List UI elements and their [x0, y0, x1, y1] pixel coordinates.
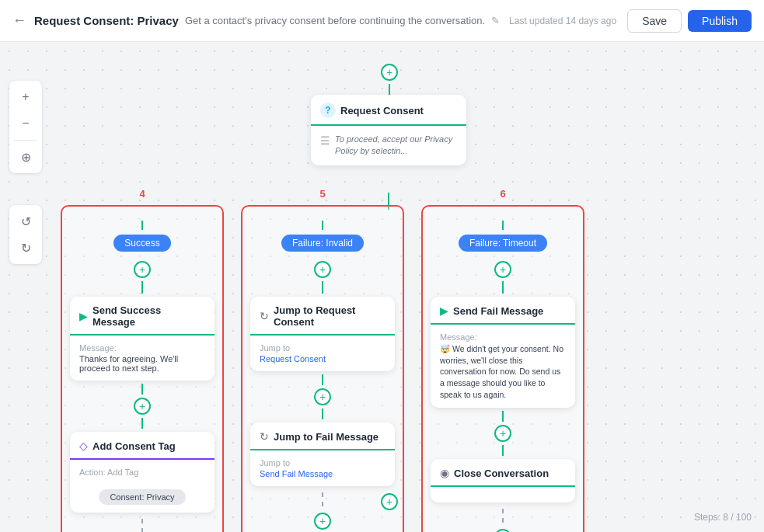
b5-top-connector	[322, 221, 323, 230]
add-consent-tag-label: Action: Add Tag	[79, 468, 205, 477]
page-subtitle: Get a contact's privacy consent before c…	[185, 15, 485, 26]
b4-conn-2	[141, 384, 143, 395]
jump-fail-link: Send Fail Message	[260, 469, 385, 478]
jump-fail-icon: ↻	[260, 430, 269, 443]
send-fail-icon: ▶	[440, 304, 448, 317]
send-fail-label: Message:	[440, 332, 566, 342]
save-button[interactable]: Save	[627, 9, 682, 33]
jump-request-consent-node[interactable]: ↻ Jump to Request Consent Jump to Reques…	[250, 297, 395, 371]
b4-add-2[interactable]: +	[134, 398, 151, 415]
consent-tag-badge: Consent: Privacy	[99, 489, 185, 505]
b5-pill: Failure: Invalid	[281, 235, 364, 252]
b6-conn-2	[502, 411, 504, 422]
jump-request-icon: ↻	[260, 310, 269, 322]
b6-conn-3	[502, 445, 504, 456]
send-success-label: Message:	[79, 343, 205, 353]
zoom-toolbar: + − ⊕	[9, 81, 42, 173]
send-success-icon: ▶	[79, 310, 88, 322]
branch-6: 6 Failure: Timeout + ▶ Send Fail Message…	[421, 205, 584, 532]
add-consent-tag-node[interactable]: ◇ Add Consent Tag Action: Add Tag Consen…	[70, 432, 215, 513]
request-consent-title: Request Consent	[340, 105, 424, 116]
top-add-button[interactable]: +	[381, 64, 398, 81]
target-button[interactable]: ⊕	[14, 145, 37, 169]
b6-add-3[interactable]: +	[494, 529, 511, 532]
branch-4: 4 Success + ▶ Send Success Message Messa…	[61, 205, 224, 532]
b4-conn-3	[141, 418, 143, 429]
request-consent-icon: ?	[320, 103, 336, 118]
undo-button[interactable]: ↺	[14, 210, 37, 233]
b5-conn-1	[322, 281, 323, 294]
back-button[interactable]: ←	[12, 12, 26, 29]
b6-pill: Failure: Timeout	[459, 235, 547, 252]
bottom-add-button[interactable]: +	[381, 493, 398, 510]
send-fail-value: 🤯 We didn't get your consent. No worries…	[440, 343, 566, 400]
send-fail-title: Send Fail Message	[453, 305, 543, 317]
send-success-title: Send Success Message	[92, 304, 205, 328]
b4-add-1[interactable]: +	[134, 261, 151, 278]
toolbar-divider	[14, 140, 37, 141]
jump-fail-label: Jump to	[260, 458, 385, 468]
request-consent-list-icon: ☰	[320, 134, 330, 147]
b4-conn-1	[141, 281, 143, 294]
zoom-in-button[interactable]: +	[14, 85, 37, 109]
last-updated: Last updated 14 days ago	[509, 16, 616, 26]
b4-top-connector	[141, 221, 143, 230]
header: ← Request Consent: Privacy Get a contact…	[0, 0, 764, 42]
b6-add-2[interactable]: +	[494, 425, 511, 442]
jump-fail-title: Jump to Fail Message	[274, 431, 379, 443]
close-conversation-icon: ◉	[440, 467, 449, 479]
b6-bottom-dashed	[502, 509, 504, 523]
page-title: Request Consent: Privacy	[34, 14, 179, 27]
add-consent-tag-title: Add Consent Tag	[92, 440, 176, 452]
b5-conn-2	[322, 374, 323, 385]
branch-4-number: 4	[139, 188, 145, 200]
send-fail-message-node[interactable]: ▶ Send Fail Message Message: 🤯 We didn't…	[431, 297, 575, 408]
close-conversation-title: Close Conversation	[454, 468, 549, 479]
jump-request-title: Jump to Request Consent	[274, 304, 385, 328]
publish-button[interactable]: Publish	[688, 10, 752, 32]
b5-add-1[interactable]: +	[314, 261, 331, 278]
add-consent-tag-icon: ◇	[79, 440, 88, 452]
b6-conn-1	[502, 281, 504, 294]
branch-5-number: 5	[319, 188, 325, 200]
b4-bottom-dashed	[141, 519, 143, 532]
b5-bottom-dashed	[322, 492, 323, 506]
b6-add-1[interactable]: +	[494, 261, 511, 278]
history-toolbar: ↺ ↻	[9, 205, 42, 264]
branch-6-number: 6	[500, 188, 505, 200]
branch-5: 5 Failure: Invalid + ↻ Jump to Request C…	[241, 205, 404, 532]
request-consent-body: To proceed, accept our Privacy Policy by…	[335, 134, 457, 158]
b5-add-2[interactable]: +	[314, 388, 331, 405]
edit-icon[interactable]: ✎	[491, 15, 500, 26]
zoom-out-button[interactable]: −	[14, 112, 37, 135]
jump-fail-message-node[interactable]: ↻ Jump to Fail Message Jump to Send Fail…	[250, 422, 395, 486]
b5-add-3[interactable]: +	[314, 513, 331, 530]
b5-conn-3	[322, 409, 323, 419]
send-success-message-node[interactable]: ▶ Send Success Message Message: Thanks f…	[70, 297, 215, 381]
redo-button[interactable]: ↻	[14, 236, 37, 259]
bottom-add-area: +	[381, 493, 398, 510]
close-conversation-node[interactable]: ◉ Close Conversation	[431, 459, 575, 502]
steps-counter: Steps: 8 / 100	[694, 512, 752, 523]
b6-top-connector	[502, 221, 504, 230]
jump-request-link: Request Consent	[260, 354, 385, 363]
request-consent-node: ? Request Consent ☰ To proceed, accept o…	[311, 95, 466, 165]
b4-pill: Success	[113, 235, 170, 252]
jump-request-label: Jump to	[260, 343, 385, 353]
canvas: + − ⊕ ↺ ↻ + ? Request Consent ☰ To proce…	[0, 42, 764, 532]
send-success-value: Thanks for agreeing. We'll proceed to ne…	[79, 354, 205, 373]
